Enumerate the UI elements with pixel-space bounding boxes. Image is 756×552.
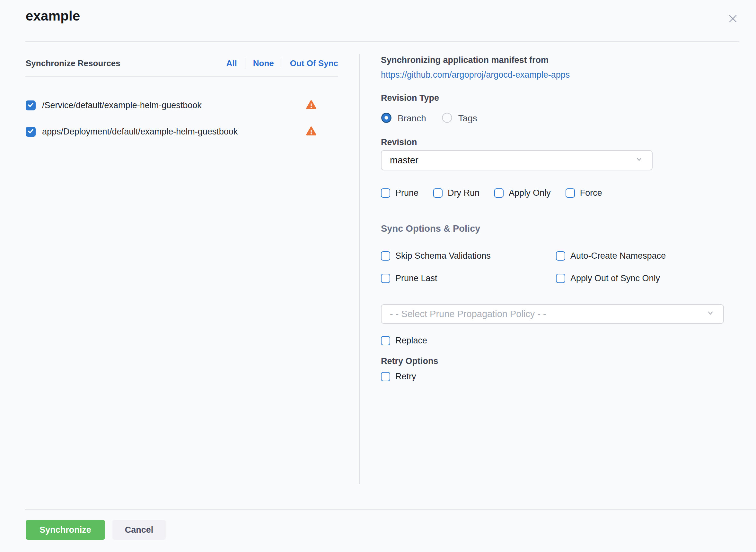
checkbox: [556, 274, 565, 283]
revision-select-value: master: [390, 155, 419, 166]
chevron-down-icon: [706, 308, 715, 320]
checkbox: [381, 274, 390, 283]
apply-only-label: Apply Only: [509, 188, 551, 198]
resource-filters: All None Out Of Sync: [219, 58, 338, 69]
resource-row: /Service/default/example-helm-guestbook: [26, 99, 338, 112]
prune-propagation-policy-select[interactable]: - - Select Prune Propagation Policy - -: [381, 304, 724, 324]
close-icon: [727, 13, 739, 26]
close-button[interactable]: [726, 12, 740, 26]
revision-type-radio-group: Branch Tags: [381, 112, 493, 125]
repo-url-link[interactable]: https://github.com/argoproj/argocd-examp…: [381, 70, 570, 80]
resource-row: apps/Deployment/default/example-helm-gue…: [26, 125, 338, 138]
resource-label: apps/Deployment/default/example-helm-gue…: [42, 127, 238, 137]
revision-label: Revision: [381, 137, 417, 147]
revision-type-label: Revision Type: [381, 93, 439, 103]
filter-out-of-sync-link[interactable]: Out Of Sync: [282, 58, 338, 68]
checkbox: [556, 251, 565, 261]
force-label: Force: [580, 188, 602, 198]
auto-create-namespace-label: Auto-Create Namespace: [570, 251, 666, 261]
checkbox: [381, 251, 390, 261]
radio-selected-icon: [381, 112, 392, 125]
retry-label: Retry: [395, 372, 416, 382]
resources-heading: Synchronize Resources: [26, 58, 120, 68]
checkbox: [433, 188, 443, 198]
retry-options-heading: Retry Options: [381, 356, 438, 366]
prune-last-label: Prune Last: [395, 273, 437, 283]
checkbox: [381, 372, 390, 381]
checkbox: [381, 188, 390, 198]
skip-schema-validations-checkbox[interactable]: Skip Schema Validations: [381, 251, 556, 261]
manifest-source-label: Synchronizing application manifest from: [381, 55, 549, 65]
radio-branch-label: Branch: [398, 113, 426, 124]
apply-only-checkbox[interactable]: Apply Only: [494, 188, 551, 198]
checkmark-icon: [27, 127, 34, 136]
resources-divider: [25, 77, 338, 77]
sync-options-heading: Sync Options & Policy: [381, 223, 480, 234]
cancel-button[interactable]: Cancel: [112, 520, 166, 540]
warning-icon: [306, 126, 317, 138]
replace-checkbox[interactable]: Replace: [381, 336, 427, 346]
filter-none-link[interactable]: None: [245, 58, 282, 68]
radio-branch[interactable]: Branch: [381, 112, 426, 125]
checkbox: [494, 188, 504, 198]
force-checkbox[interactable]: Force: [565, 188, 602, 198]
retry-checkbox[interactable]: Retry: [381, 372, 416, 382]
resource-label: /Service/default/example-helm-guestbook: [42, 101, 202, 110]
filter-all-link[interactable]: All: [219, 58, 245, 68]
chevron-down-icon: [635, 155, 644, 166]
apply-out-of-sync-only-checkbox[interactable]: Apply Out of Sync Only: [556, 273, 666, 283]
radio-tags-label: Tags: [458, 113, 477, 124]
revision-select[interactable]: master: [381, 150, 653, 170]
skip-schema-validations-label: Skip Schema Validations: [395, 251, 491, 261]
resources-header: Synchronize Resources All None Out Of Sy…: [26, 58, 338, 69]
prune-last-checkbox[interactable]: Prune Last: [381, 273, 556, 283]
prune-label: Prune: [395, 188, 419, 198]
checkmark-icon: [27, 101, 34, 110]
header-divider: [25, 41, 739, 42]
synchronize-button[interactable]: Synchronize: [26, 520, 105, 540]
prune-propagation-policy-placeholder: - - Select Prune Propagation Policy - -: [390, 309, 546, 319]
dry-run-checkbox[interactable]: Dry Run: [433, 188, 479, 198]
resource-checkbox[interactable]: [26, 101, 36, 110]
footer-divider: [25, 509, 756, 510]
warning-icon: [306, 100, 317, 112]
checkbox: [565, 188, 575, 198]
resource-checkbox[interactable]: [26, 127, 36, 137]
auto-create-namespace-checkbox[interactable]: Auto-Create Namespace: [556, 251, 666, 261]
sync-options-grid: Skip Schema Validations Auto-Create Name…: [381, 251, 666, 283]
replace-label: Replace: [395, 336, 427, 346]
dry-run-label: Dry Run: [448, 188, 479, 198]
checkbox: [381, 336, 390, 345]
radio-tags[interactable]: Tags: [442, 112, 477, 125]
apply-out-of-sync-only-label: Apply Out of Sync Only: [570, 273, 660, 283]
radio-unselected-icon: [442, 112, 452, 125]
prune-checkbox[interactable]: Prune: [381, 188, 419, 198]
panel-divider: [359, 54, 360, 484]
page-title: example: [26, 8, 80, 24]
sync-flags-row: Prune Dry Run Apply Only Force: [381, 188, 617, 198]
